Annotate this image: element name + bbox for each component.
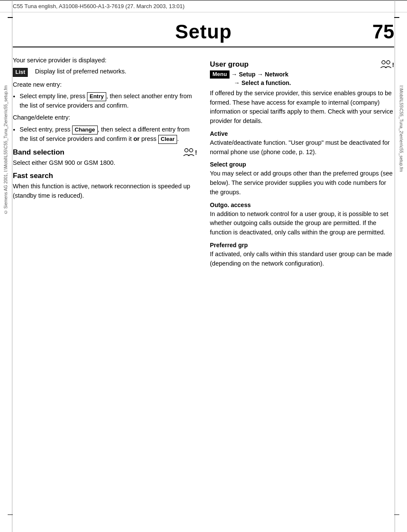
menu-key: Menu [210, 70, 230, 79]
user-group-title: User group [210, 60, 249, 69]
list-key-desc: Display list of preferred networks. [35, 68, 126, 75]
doc-info: C55 Tuna english, A31008-H5600-A1-3-7619… [13, 3, 185, 9]
list-key-row: List Display list of preferred networks. [13, 68, 197, 77]
page-number: 75 [372, 20, 394, 43]
change-delete-bullet: Select entry, press Change, then select … [20, 125, 197, 144]
change-delete-list: Select entry, press Change, then select … [20, 125, 197, 144]
create-new-entry-label: Create new entry: [13, 80, 197, 90]
copyright-sidebar: © Siemens AG 2001, I:\Mobil\L55\C55_Tuna… [3, 85, 8, 214]
band-selection-heading: Band selection ! [13, 148, 197, 157]
left-column: Your service provider is displayed: List… [13, 56, 197, 271]
active-heading: Active [210, 130, 394, 137]
svg-point-0 [185, 149, 188, 152]
nav-network: Network [265, 71, 288, 78]
svg-point-2 [382, 61, 385, 64]
nav-setup: Setup [239, 71, 256, 78]
nav-arrow1: → [231, 71, 237, 78]
change-key: Change [72, 126, 98, 134]
right-column: User group ! Menu → Setup → Network [210, 56, 394, 271]
svg-point-1 [189, 149, 193, 152]
content-area: Your service provider is displayed: List… [0, 47, 407, 279]
nav-arrow3: → [234, 79, 240, 86]
fast-search-text: When this function is active, network re… [13, 182, 197, 201]
outgo-access-text: In addition to network control for a use… [210, 210, 394, 237]
fast-search-title: Fast search [13, 172, 53, 180]
list-key-box: List [13, 68, 28, 77]
or-text: or [134, 135, 140, 142]
user-group-icon: ! [381, 60, 394, 69]
create-entry-bullet: Select empty line, press Entry, then sel… [20, 92, 197, 111]
entry-key: Entry [87, 92, 106, 101]
filename-sidebar: I:\Mobil\L55\C55_Tuna_2\en\en\c55_setup.… [399, 85, 404, 172]
change-delete-label: Change/delete entry: [13, 113, 197, 123]
nav-arrow2: → [257, 71, 263, 78]
band-selection-title: Band selection [13, 148, 64, 157]
user-group-exclamation: ! [392, 61, 394, 68]
nav-select: Select a function. [241, 79, 291, 86]
preferred-grp-heading: Preferred grp [210, 242, 394, 248]
nav-indent: → Select a function. [210, 79, 394, 86]
user-group-body: If offered by the service provider, this… [210, 89, 394, 126]
page-title-area: Setup 75 [13, 12, 394, 47]
create-entry-list: Select empty line, press Entry, then sel… [20, 92, 197, 111]
page-title: Setup [26, 20, 381, 43]
band-selection-icon: ! [183, 148, 197, 157]
fast-search-heading: Fast search [13, 172, 197, 180]
band-exclamation: ! [195, 149, 197, 156]
user-group-heading: User group ! [210, 60, 394, 69]
doc-header: C55 Tuna english, A31008-H5600-A1-3-7619… [0, 0, 407, 12]
band-selection-text: Select either GSM 900 or GSM 1800. [13, 158, 197, 168]
svg-point-3 [387, 61, 390, 64]
list-key-label: List [13, 68, 31, 77]
outgo-access-heading: Outgo. access [210, 202, 394, 208]
nav-line: Menu → Setup → Network [210, 70, 394, 79]
select-group-heading: Select group [210, 161, 394, 168]
intro-text: Your service provider is displayed: [13, 56, 197, 65]
preferred-grp-text: If activated, only calls within this sta… [210, 250, 394, 269]
select-group-text: You may select or add groups other than … [210, 169, 394, 197]
clear-key: Clear [158, 135, 177, 144]
active-text: Activate/deactivate function. "User grou… [210, 138, 394, 157]
